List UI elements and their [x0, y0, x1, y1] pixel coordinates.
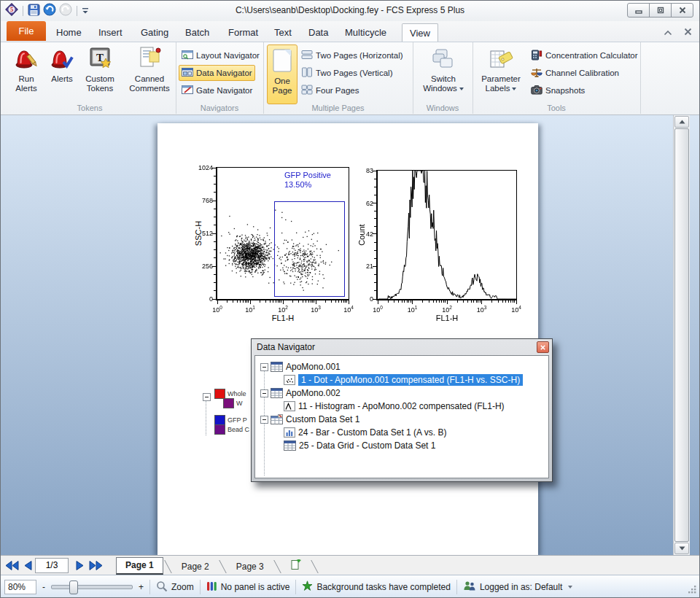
last-page-button[interactable]	[88, 561, 103, 570]
run-alerts-button[interactable]: Run Alerts	[8, 44, 44, 94]
quick-access-toolbar: 5	[5, 4, 89, 18]
login-dropdown-caret-icon[interactable]	[568, 586, 572, 589]
tree-item-dot-plot[interactable]: 1 - Dot - ApoMono.001 compensated (FL1-H…	[255, 373, 523, 387]
page-tab-3[interactable]: Page 3	[228, 559, 273, 575]
collapse-ribbon-icon[interactable]	[664, 26, 672, 39]
tab-text[interactable]: Text	[270, 23, 296, 41]
legend-expander[interactable]	[203, 393, 211, 401]
data-navigator-close-button[interactable]	[537, 341, 549, 353]
restore-button[interactable]	[649, 3, 672, 18]
snapshots-button[interactable]: Snapshots	[528, 82, 588, 98]
snapshots-label: Snapshots	[545, 86, 585, 95]
vertical-scrollbar[interactable]	[673, 115, 690, 555]
tab-home[interactable]: Home	[52, 23, 86, 41]
tab-format[interactable]: Format	[224, 23, 262, 41]
add-page-button[interactable]	[282, 559, 310, 575]
one-page-button[interactable]: One Page	[267, 44, 298, 104]
legend-item[interactable]: W	[223, 398, 243, 408]
zoom-in-label[interactable]: +	[139, 582, 144, 592]
custom-tokens-button[interactable]: T Custom Tokens	[78, 44, 122, 94]
data-file-icon	[271, 362, 283, 372]
tab-view[interactable]: View	[402, 23, 438, 42]
windows-group-label: Windows	[413, 104, 472, 112]
dropdown-caret-icon	[512, 88, 516, 90]
scroll-up-button[interactable]	[674, 116, 689, 128]
layout-navigator-button[interactable]: Layout Navigator	[179, 47, 262, 63]
legend-item[interactable]: GFP P	[214, 415, 247, 425]
parameter-labels-button[interactable]: Parameter Labels	[476, 44, 526, 94]
tools-group-label: Tools	[472, 104, 640, 112]
data-navigator-button[interactable]: Data Navigator	[179, 65, 255, 81]
next-page-button[interactable]	[76, 561, 84, 570]
tab-insert[interactable]: Insert	[94, 23, 127, 41]
concentration-calculator-label: Concentration Calculator	[545, 51, 638, 60]
tab-file[interactable]: File	[7, 21, 46, 41]
close-layout-icon[interactable]	[684, 26, 692, 39]
tree-expander[interactable]	[260, 389, 268, 397]
tree-item-custom-data-set[interactable]: Custom Data Set 1	[255, 413, 359, 426]
zoom-slider[interactable]	[51, 585, 133, 589]
scroll-down-button[interactable]	[674, 543, 689, 554]
login-status[interactable]: Logged in as: Default	[463, 580, 572, 594]
layout-navigator-label: Layout Navigator	[196, 51, 260, 60]
minimize-button[interactable]	[627, 3, 650, 18]
save-button[interactable]	[28, 4, 40, 19]
customize-toolbar-dropdown-icon[interactable]	[82, 4, 89, 18]
zoom-tool[interactable]: Zoom	[156, 580, 194, 594]
channel-calibration-button[interactable]: Channel Calibration	[528, 65, 622, 81]
zoom-slider-thumb[interactable]	[69, 580, 78, 594]
background-tasks-status[interactable]: Background tasks have completed	[302, 580, 450, 594]
layout-canvas[interactable]: GFP Positive 13.50% SSC-H FL1-H 02565127…	[1, 115, 700, 555]
dot-plot[interactable]: GFP Positive 13.50% SSC-H FL1-H 02565127…	[216, 167, 349, 300]
undo-button[interactable]	[43, 3, 56, 19]
two-pages-horizontal-button[interactable]: Two Pages (Horizontal)	[298, 47, 406, 63]
canned-comments-button[interactable]: Canned Comments	[123, 44, 176, 94]
custom-data-icon	[271, 414, 283, 424]
zoom-value-field[interactable]: 80%	[4, 580, 36, 594]
page-tab-2[interactable]: Page 2	[173, 559, 218, 575]
tree-expander[interactable]	[260, 363, 268, 371]
alerts-button[interactable]: Alerts	[46, 44, 78, 85]
gate-navigator-icon	[182, 85, 193, 96]
tree-item-apomono-001[interactable]: ApoMono.001	[255, 360, 341, 373]
page-navigation-bar: 1/3 Page 1 Page 2 Page 3	[1, 555, 699, 575]
switch-windows-button[interactable]: Switch Windows	[419, 44, 468, 94]
close-button[interactable]	[671, 3, 693, 18]
tree-item-histogram[interactable]: 11 - Histogram - ApoMono.002 compensated…	[255, 400, 505, 413]
scales-icon	[531, 67, 542, 79]
tree-item-apomono-002[interactable]: ApoMono.002	[255, 387, 341, 400]
dropdown-caret-icon	[459, 88, 464, 90]
legend-item[interactable]: Bead C	[214, 424, 249, 435]
page-tab-1[interactable]: Page 1	[116, 557, 163, 575]
redo-button[interactable]	[59, 3, 72, 19]
tab-batch[interactable]: Batch	[181, 23, 214, 41]
tab-data[interactable]: Data	[304, 23, 332, 41]
data-navigator-title-bar[interactable]: Data Navigator	[252, 340, 551, 354]
page-position-field[interactable]: 1/3	[35, 558, 69, 573]
tab-multicycle[interactable]: Multicycle	[341, 23, 391, 41]
gate-navigator-button[interactable]: Gate Navigator	[179, 82, 255, 98]
zoom-tool-label: Zoom	[171, 582, 194, 592]
previous-page-button[interactable]	[24, 561, 32, 570]
two-pages-vertical-button[interactable]: Two Pages (Vertical)	[298, 65, 395, 81]
bar-chart-icon	[284, 427, 295, 438]
parameter-labels-label: Parameter Labels	[477, 74, 525, 93]
four-pages-button[interactable]: Four Pages	[298, 82, 362, 98]
two-pages-vertical-label: Two Pages (Vertical)	[316, 69, 392, 77]
legend-item[interactable]: Whole	[214, 389, 246, 399]
first-page-button[interactable]	[5, 561, 20, 570]
tree-item-bar-chart[interactable]: 24 - Bar - Custom Data Set 1 (A vs. B)	[255, 426, 446, 439]
data-navigator-window[interactable]: Data Navigator ApoMono.001 1 - Dot - Apo…	[251, 338, 553, 482]
scrollbar-thumb[interactable]	[674, 128, 689, 542]
data-navigator-tree[interactable]: ApoMono.001 1 - Dot - ApoMono.001 compen…	[254, 355, 549, 478]
concentration-calculator-button[interactable]: Concentration Calculator	[528, 47, 641, 63]
histogram-plot[interactable]: Count FL1-H 021426283100101102103104	[376, 170, 517, 300]
gfp-positive-gate[interactable]	[274, 201, 345, 297]
tree-item-data-grid[interactable]: 25 - Data Grid - Custom Data Set 1	[255, 439, 435, 452]
tree-expander[interactable]	[260, 416, 268, 424]
active-panel-status[interactable]: No panel is active	[206, 580, 290, 594]
tab-gating[interactable]: Gating	[136, 23, 173, 41]
zoom-out-label[interactable]: -	[42, 582, 45, 592]
switch-windows-icon	[431, 48, 456, 73]
resize-grip[interactable]	[688, 585, 697, 597]
